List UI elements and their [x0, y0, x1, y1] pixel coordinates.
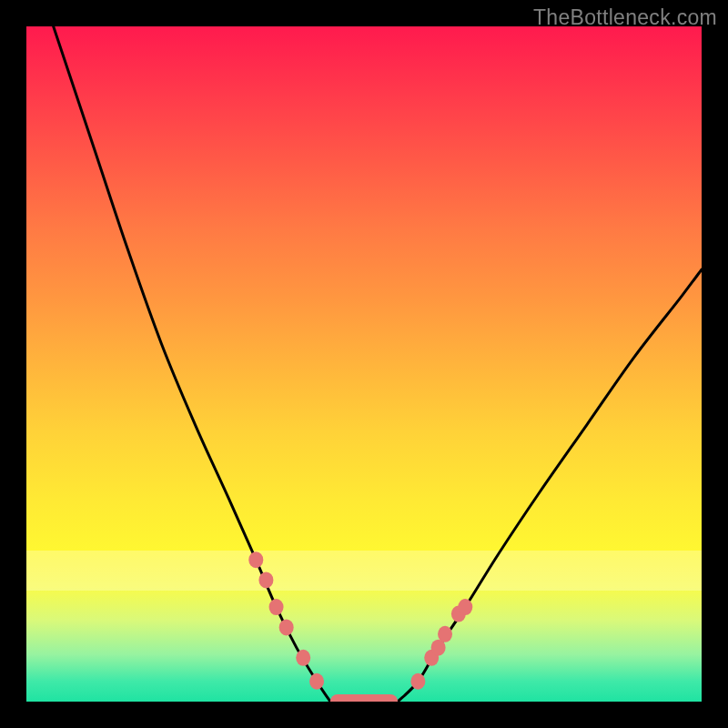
- bottleneck-curve: [26, 26, 702, 702]
- plot-area: [26, 26, 702, 702]
- curve-left-branch: [54, 26, 330, 702]
- marker-point: [458, 599, 472, 615]
- marker-point: [296, 650, 310, 666]
- watermark-text: TheBottleneck.com: [533, 5, 717, 30]
- marker-point: [269, 599, 284, 615]
- marker-point: [438, 626, 452, 642]
- marker-point: [258, 571, 273, 588]
- marker-point: [410, 673, 425, 690]
- marker-point: [248, 551, 263, 568]
- chart-frame: TheBottleneck.com: [0, 0, 728, 728]
- valley-floor-bar: [330, 694, 398, 702]
- marker-point: [309, 673, 324, 690]
- marker-point: [279, 619, 294, 635]
